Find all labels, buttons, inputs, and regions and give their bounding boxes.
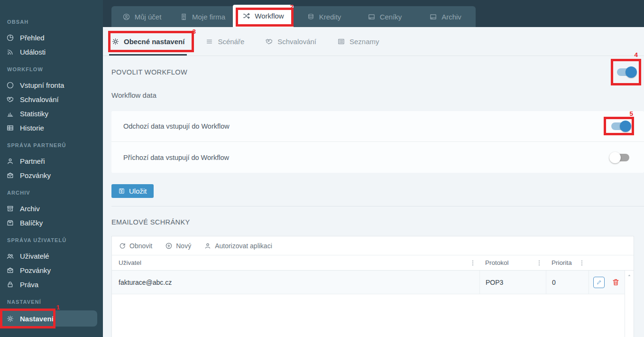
top-bar: Můj účet Moje firma Workflow 2 Kredity C… bbox=[103, 0, 644, 27]
sidebar-item-uzivatele[interactable]: Uživatelé bbox=[0, 249, 103, 263]
sidebar: OBSAH Přehled Události WORKFLOW Vstupní … bbox=[0, 0, 103, 337]
subtab-seznamy[interactable]: Seznamy bbox=[337, 27, 379, 56]
column-menu-icon[interactable] bbox=[535, 259, 543, 267]
shuffle-icon bbox=[242, 12, 250, 20]
package-icon bbox=[6, 219, 14, 227]
table-icon bbox=[6, 124, 14, 132]
authorize-app-button[interactable]: Autorizovat aplikaci bbox=[204, 242, 272, 250]
sidebar-item-udalosti[interactable]: Události bbox=[0, 45, 103, 59]
rss-icon bbox=[6, 48, 14, 56]
enable-workflow-toggle[interactable]: 4 bbox=[616, 67, 636, 77]
workflow-data-panel: Odchozí data vstupují do Workflow 5 Příc… bbox=[111, 111, 644, 173]
list-icon bbox=[337, 37, 345, 46]
card-icon bbox=[429, 13, 437, 21]
toggle-row-prichozi: Příchozí data vstupují do Workflow bbox=[111, 142, 644, 173]
bar-chart-icon bbox=[6, 110, 14, 118]
cell-protokol: POP3 bbox=[479, 271, 546, 294]
column-uzivatel: Uživatel bbox=[112, 259, 479, 267]
handshake-icon bbox=[6, 95, 14, 103]
sidebar-section-nastaveni: NASTAVENÍ bbox=[0, 299, 103, 308]
save-button[interactable]: Uložit bbox=[111, 184, 154, 198]
annotation-number: 2 bbox=[290, 4, 294, 10]
save-icon bbox=[118, 187, 125, 195]
sidebar-item-schvalovani[interactable]: Schvalování bbox=[0, 92, 103, 106]
refresh-button[interactable]: Obnovit bbox=[119, 242, 152, 250]
tab-archiv[interactable]: Archiv bbox=[415, 6, 476, 27]
sidebar-item-nastaveni[interactable]: Nastavení 1 bbox=[0, 310, 97, 327]
coins-icon bbox=[307, 13, 315, 21]
table-row[interactable]: fakturace@abc.cz POP3 0 bbox=[112, 271, 625, 294]
subtab-obecne-nastaveni[interactable]: Obecné nastavení 3 bbox=[111, 27, 184, 56]
toggle-row-label: Příchozí data vstupují do Workflow bbox=[123, 154, 229, 161]
circle-icon bbox=[6, 81, 14, 89]
person-icon bbox=[204, 242, 212, 250]
user-circle-icon bbox=[122, 13, 130, 21]
cell-actions bbox=[589, 271, 625, 294]
toggle-row-label: Odchozí data vstupují do Workflow bbox=[123, 122, 230, 130]
sidebar-item-balicky[interactable]: Balíčky bbox=[0, 215, 103, 230]
subtab-schvalovani[interactable]: Schvalování bbox=[265, 27, 316, 56]
table-scrollbar[interactable] bbox=[625, 271, 634, 337]
plus-circle-icon bbox=[165, 242, 173, 250]
table-body: fakturace@abc.cz POP3 0 bbox=[112, 270, 634, 337]
sidebar-item-pozvanky-uzivatele[interactable]: Pozvánky bbox=[0, 263, 103, 277]
gear-icon bbox=[111, 37, 120, 46]
envelope-icon bbox=[6, 171, 14, 179]
person-icon bbox=[6, 157, 14, 165]
odchozi-data-toggle[interactable]: 5 bbox=[610, 121, 631, 131]
subtab-bar: Obecné nastavení 3 Scénáře Schvalování S… bbox=[103, 27, 644, 56]
gear-icon bbox=[6, 315, 14, 323]
delete-button[interactable] bbox=[611, 278, 620, 287]
toggle-row-odchozi: Odchozí data vstupují do Workflow 5 bbox=[111, 111, 644, 142]
sidebar-section-sprava-partneru: SPRÁVA PARTNERŮ bbox=[0, 142, 103, 151]
prichozi-data-toggle[interactable] bbox=[610, 152, 631, 163]
caret-up-icon bbox=[627, 273, 632, 278]
table-header: Uživatel Protokol Priorita bbox=[112, 255, 634, 270]
tab-kredity[interactable]: Kredity bbox=[294, 6, 354, 27]
section-divider bbox=[111, 206, 644, 206]
sidebar-section-sprava-uzivatelu: SPRÁVA UŽIVATELŮ bbox=[0, 237, 103, 246]
sidebar-section-obsah: OBSAH bbox=[0, 19, 103, 28]
column-protokol: Protokol bbox=[479, 259, 546, 267]
menu-lines-icon bbox=[205, 37, 213, 46]
mailboxes-table: Obnovit Nový Autorizovat aplikaci Uživat… bbox=[111, 236, 634, 337]
tab-bar: Můj účet Moje firma Workflow 2 Kredity C… bbox=[111, 6, 476, 27]
pencil-icon bbox=[596, 279, 602, 285]
sidebar-item-historie[interactable]: Historie bbox=[0, 121, 103, 135]
tab-ceniky[interactable]: Ceníky bbox=[354, 6, 415, 27]
edit-button[interactable] bbox=[593, 277, 605, 288]
sidebar-section-archiv: ARCHIV bbox=[0, 190, 103, 198]
handshake-icon bbox=[265, 37, 273, 46]
sidebar-item-archiv[interactable]: Archiv bbox=[0, 201, 103, 215]
tab-muj-ucet[interactable]: Můj účet bbox=[111, 6, 172, 27]
card-icon bbox=[368, 13, 376, 21]
column-menu-icon[interactable] bbox=[469, 259, 477, 267]
sidebar-item-vstupni-fronta[interactable]: Vstupní fronta bbox=[0, 78, 103, 92]
table-toolbar: Obnovit Nový Autorizovat aplikaci bbox=[112, 236, 634, 255]
sidebar-item-prehled[interactable]: Přehled bbox=[0, 30, 103, 45]
mailboxes-heading: EMAILOVÉ SCHRÁNKY bbox=[111, 218, 190, 226]
annotation-number: 5 bbox=[629, 111, 633, 117]
sidebar-item-pozvanky-partneri[interactable]: Pozvánky bbox=[0, 168, 103, 182]
lock-icon bbox=[6, 281, 14, 289]
column-menu-icon[interactable] bbox=[578, 259, 586, 267]
trash-icon bbox=[611, 278, 620, 287]
sidebar-item-partneri[interactable]: Partneři bbox=[0, 154, 103, 168]
tab-moje-firma[interactable]: Moje firma bbox=[172, 6, 233, 27]
pie-chart-icon bbox=[6, 34, 14, 42]
archive-box-icon bbox=[6, 205, 14, 213]
enable-workflow-heading: POVOLIT WORKFLOW bbox=[111, 68, 187, 76]
cell-priorita: 0 bbox=[546, 271, 589, 294]
sidebar-section-workflow: WORKFLOW bbox=[0, 66, 103, 75]
subtab-scenare[interactable]: Scénáře bbox=[205, 27, 244, 56]
cell-uzivatel: fakturace@abc.cz bbox=[112, 279, 479, 286]
annotation-number: 3 bbox=[192, 28, 196, 35]
people-icon bbox=[6, 252, 14, 260]
sidebar-item-prava[interactable]: Práva bbox=[0, 277, 103, 291]
workflow-data-heading: Workflow data bbox=[111, 91, 156, 99]
new-button[interactable]: Nový bbox=[165, 242, 191, 250]
tab-workflow[interactable]: Workflow 2 bbox=[233, 5, 294, 27]
building-icon bbox=[180, 13, 188, 21]
column-priorita: Priorita bbox=[546, 259, 589, 267]
sidebar-item-statistiky[interactable]: Statistiky bbox=[0, 106, 103, 121]
